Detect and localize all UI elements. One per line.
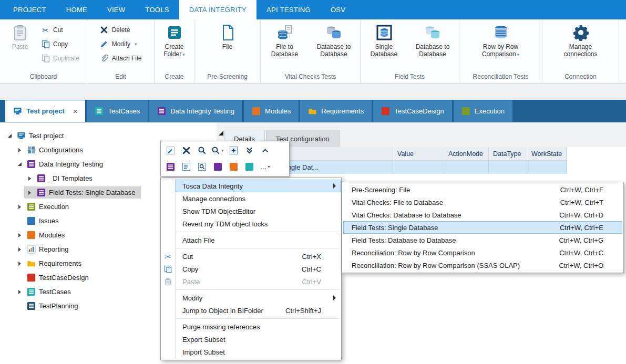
menubar-item-tools[interactable]: TOOLS	[135, 0, 179, 19]
file-to-database-button[interactable]: File to Database	[262, 22, 307, 58]
attach-file-button[interactable]: Attach File	[97, 51, 145, 65]
testcasedesign-icon	[381, 107, 390, 116]
search-icon[interactable]	[194, 143, 210, 158]
tree-item-inner: TestCases	[14, 286, 76, 298]
column-header-value[interactable]: Value	[393, 147, 444, 160]
submenu-item-label: Vital Checks: Database to Database	[352, 211, 461, 219]
collapsed-triangle	[18, 290, 21, 294]
dropdown-caret-icon: ▾	[517, 52, 520, 57]
file-button[interactable]: File	[211, 22, 244, 50]
di-list-icon[interactable]	[162, 160, 178, 174]
workspace-tab-test-project[interactable]: Test project×	[5, 100, 85, 122]
testcases-icon	[95, 107, 104, 116]
manage-connections-button[interactable]: Manage connections	[552, 22, 610, 58]
context-menu-item-modify[interactable]: Modify	[161, 292, 341, 304]
submenu-item-vital-checks-file-to-database[interactable]: Vital Checks: File to DatabaseCtrl+W, Ct…	[343, 196, 622, 209]
workspace-tab-modules[interactable]: Modules	[244, 100, 299, 122]
exec-list-icon[interactable]	[178, 160, 194, 174]
modify-button[interactable]: Modify▾	[97, 37, 145, 51]
create-folder-button[interactable]: Create Folder▾	[156, 22, 193, 58]
row-by-row-comparison-button[interactable]: Row by Row Comparison▾	[469, 22, 533, 58]
menubar-item-osv[interactable]: OSV	[321, 0, 355, 19]
expander-icon[interactable]	[5, 134, 14, 138]
context-menu-item-revert-my-tdm-object-locks[interactable]: Revert my TDM object locks	[161, 217, 341, 230]
close-tab-icon[interactable]: ×	[73, 107, 78, 116]
tree-item-inner: Reporting	[14, 243, 74, 255]
database-to-database-button[interactable]: Database to Database	[407, 22, 458, 58]
ribbon-stack: ✂CutCopyDuplicate	[38, 22, 83, 65]
submenu-item-field-tests-database-to-database[interactable]: Field Tests: Database to DatabaseCtrl+W,…	[343, 234, 622, 246]
context-menu-item-tosca-data-integrity[interactable]: Tosca Data Integrity	[161, 180, 341, 192]
expander-icon[interactable]	[15, 247, 24, 252]
duplicate-button[interactable]: Duplicate	[38, 51, 83, 65]
cut-button[interactable]: ✂Cut	[38, 23, 83, 37]
column-header-actionmode[interactable]: ActionMode	[444, 147, 489, 160]
row-cell-workstate	[527, 161, 567, 174]
add-box-icon[interactable]	[225, 143, 241, 158]
double-chevron-down-icon[interactable]	[241, 143, 257, 158]
ribbon-stack: DeleteModify▾Attach File	[97, 22, 145, 65]
database-to-database-button[interactable]: Database to Database	[309, 22, 359, 58]
submenu-item-reconciliation-row-by-row-comparison[interactable]: Reconciliation: Row by Row ComparisonCtr…	[343, 246, 622, 259]
search-dropdown-icon[interactable]: ▾	[210, 143, 225, 158]
context-menu-item-import-subset[interactable]: Import Subset	[161, 346, 341, 358]
data-integrity-testing-icon	[157, 107, 166, 116]
more-options-icon[interactable]: …▾	[257, 160, 273, 174]
expander-icon[interactable]	[15, 148, 24, 152]
submenu-item-vital-checks-database-to-database[interactable]: Vital Checks: Database to DatabaseCtrl+W…	[343, 209, 622, 221]
delete-x-icon[interactable]	[178, 143, 194, 158]
context-menu-item-jump-to-object-in-bifolder[interactable]: Jump to Object in BIFolderCtrl+Shift+J	[161, 304, 341, 317]
expander-icon[interactable]	[15, 290, 24, 294]
submenu-item-pre-screening-file[interactable]: Pre-Screening: FileCtrl+W, Ctrl+F	[343, 183, 622, 196]
delete-button[interactable]: Delete	[97, 23, 145, 37]
search-box-icon[interactable]	[194, 160, 210, 174]
column-header-workstate[interactable]: WorkState	[527, 147, 567, 160]
context-menu-item-manage-connections[interactable]: Manage connections	[161, 192, 341, 205]
workspace-tab-testcasedesign[interactable]: TestCaseDesign	[373, 100, 452, 122]
paste-button[interactable]: Paste	[3, 22, 37, 50]
context-menu-item-cut[interactable]: ✂CutCtrl+X	[161, 250, 341, 263]
collapsed-triangle	[18, 205, 21, 209]
menubar-item-view[interactable]: VIEW	[97, 0, 135, 19]
context-menu-item-show-tdm-objecteditor[interactable]: Show TDM ObjectEditor	[161, 205, 341, 217]
workspace-tab-testcases[interactable]: TestCases	[87, 100, 148, 122]
column-header-datatype[interactable]: DataType	[489, 147, 527, 160]
expander-icon[interactable]	[15, 262, 24, 266]
expander-icon[interactable]	[15, 233, 24, 237]
expander-icon[interactable]	[25, 176, 34, 181]
menubar-item-home[interactable]: HOME	[56, 0, 97, 19]
submenu-item-label: Pre-Screening: File	[352, 186, 410, 194]
menubar-item-data-integrity[interactable]: DATA INTEGRITY	[179, 0, 256, 19]
menubar-item-api-testing[interactable]: API TESTING	[256, 0, 321, 19]
expander-icon[interactable]	[15, 162, 24, 166]
expander-icon[interactable]	[15, 205, 24, 209]
tree-item-label: Requirements	[39, 259, 81, 267]
workspace-tab-execution[interactable]: Execution	[454, 100, 512, 122]
context-menu-item-attach-file[interactable]: Attach File	[161, 234, 341, 246]
single-database-button[interactable]: Single Database	[362, 22, 406, 58]
rename-icon[interactable]	[162, 143, 178, 158]
context-menu-item-paste[interactable]: PasteCtrl+V	[161, 275, 341, 288]
requirements-icon	[308, 107, 317, 116]
collapsed-triangle	[18, 233, 21, 237]
copy-button[interactable]: Copy	[38, 37, 83, 51]
context-menu-item-copy[interactable]: CopyCtrl+C	[161, 263, 341, 275]
button-label: Manage connections	[553, 43, 608, 58]
chevron-up-icon[interactable]	[257, 143, 273, 158]
teal-square-icon[interactable]	[241, 160, 257, 174]
button-label-text: Database to Database	[317, 43, 351, 58]
button-label: File	[222, 43, 232, 50]
cut-icon: ✂	[163, 252, 173, 261]
submenu-item-reconciliation-row-by-row-comparison-ssas-olap[interactable]: Reconciliation: Row by Row Comparison (S…	[343, 259, 622, 272]
context-menu-item-purge-missing-references[interactable]: Purge missing references	[161, 320, 341, 333]
menubar-item-project[interactable]: PROJECT	[3, 0, 56, 19]
submenu-item-field-tests-single-database[interactable]: Field Tests: Single DatabaseCtrl+W, Ctrl…	[343, 221, 622, 234]
button-label-text: Row by Row Comparison	[482, 43, 518, 58]
workspace-tab-requirements[interactable]: Requirements	[300, 100, 372, 122]
context-menu-item-export-subset[interactable]: Export Subset	[161, 333, 341, 346]
expander-icon[interactable]	[25, 191, 34, 195]
orange-square-icon[interactable]	[225, 160, 241, 174]
purple-square-icon[interactable]	[210, 160, 225, 174]
workspace-tab-data-integrity-testing[interactable]: Data Integrity Testing	[149, 100, 242, 122]
panel-expander-icon[interactable]	[219, 131, 223, 136]
